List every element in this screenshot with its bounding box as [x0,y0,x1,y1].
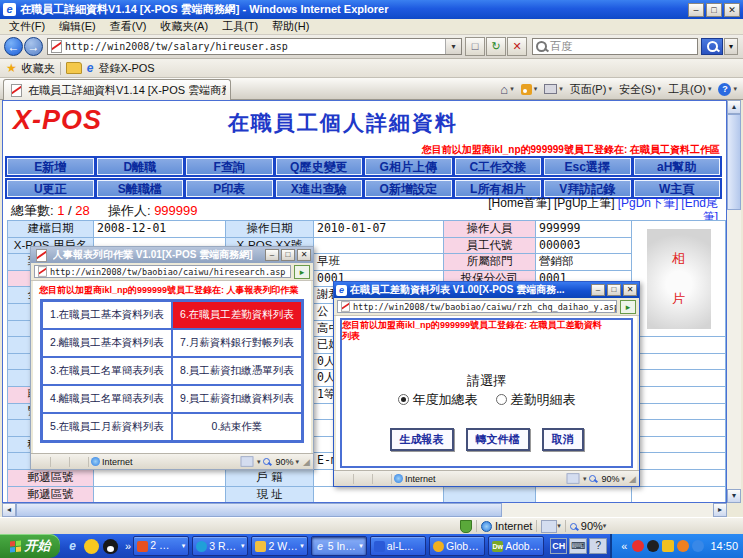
menu-item[interactable]: 工具(T) [215,19,265,34]
record-nav-link[interactable]: [PgDn下筆] [618,196,679,210]
tab-active[interactable]: 在職員工詳細資料V1.14 [X-POS 雲端商務網] [3,79,231,100]
search-text[interactable]: 百度 [550,39,572,54]
report-item[interactable]: 8.員工薪資扣繳憑單列表 [173,358,301,384]
tray-network-icon[interactable] [692,540,704,552]
menu-item[interactable]: 编辑(E) [52,19,103,34]
add-favorite-icon[interactable] [66,62,82,74]
field-value[interactable]: 早班 [314,254,444,271]
taskbar-button[interactable]: 2 Wind...▾ [251,536,307,556]
resize-grip-icon[interactable]: ◢ [303,457,310,467]
minimize-button[interactable]: – [265,249,279,261]
toolbar-button[interactable]: D離職 [97,158,184,175]
search-go-button[interactable] [701,38,723,55]
menu-item[interactable]: 文件(F) [2,19,52,34]
tray-volume-icon[interactable] [677,540,689,552]
field-value[interactable] [94,487,226,504]
back-button[interactable]: ← [4,37,23,56]
menu-item[interactable]: 帮助(H) [265,19,316,34]
toolbar-button[interactable]: L所有相片 [455,180,542,197]
address-url[interactable]: http://win2008/tw/salary/hireuser.asp [65,41,445,52]
feeds-button[interactable]: ▾ [519,84,540,95]
address-input[interactable]: http://win2008/tw/salary/hireuser.asp ▾ [47,38,462,55]
tray-penguin-icon[interactable] [647,540,659,552]
menu-item[interactable]: 查看(V) [103,19,154,34]
protected-mode-icon[interactable] [541,520,557,533]
tray-qq-icon[interactable] [632,540,644,552]
chevron-icon[interactable]: » [125,540,131,552]
report-item[interactable]: 0.結束作業 [173,414,301,440]
popup1-address-input[interactable]: http://win2008/tw/baobiao/caiwu/hiresear… [34,265,291,278]
cancel-button[interactable]: 取消 [542,428,584,451]
toolbar-button[interactable]: Esc選擇 [544,158,631,175]
search-dropdown-icon[interactable]: ▾ [724,38,738,55]
taskbar-button[interactable]: Global... [429,536,485,556]
stop-button[interactable]: ✕ [507,37,527,56]
field-value[interactable] [314,238,444,255]
report-item[interactable]: 3.在職員工名單簡表列表 [43,358,171,384]
toolbar-button[interactable]: S離職檔 [97,180,184,197]
scroll-left-icon[interactable]: ◂ [2,503,16,517]
tools-menu-button[interactable]: 工具(O)▾ [666,82,713,97]
vertical-scrollbar[interactable]: ▴ ▾ [727,100,741,503]
toolbar-button[interactable]: U更正 [7,180,94,197]
maximize-button[interactable]: □ [281,249,295,261]
close-button[interactable]: ✕ [724,3,740,17]
radio-option[interactable]: 年度加總表 [398,391,478,409]
maximize-button[interactable]: □ [706,3,722,17]
photo-placeholder[interactable]: 相片 [632,221,726,337]
taskbar-button[interactable]: 3 Remo...▾ [192,536,248,556]
help-options-icon[interactable]: ? [589,538,607,554]
start-button[interactable]: 开始 [0,534,60,558]
toolbar-button[interactable]: P印表 [186,180,273,197]
tray-shield-icon[interactable] [662,540,674,552]
toolbar-button[interactable]: O新增設定 [365,180,452,197]
minimize-button[interactable]: – [591,284,605,296]
status-zoom[interactable]: 90% [602,474,620,484]
qq-icon[interactable] [103,539,118,554]
taskbar-button[interactable]: al-L... [370,536,426,556]
ie-help-button[interactable]: ?▾ [716,83,739,96]
report-item-selected[interactable]: 6.在職員工差勤資料列表 [173,302,301,328]
protected-mode-icon[interactable] [567,473,580,483]
dropdown-icon[interactable]: ▾ [257,458,261,466]
tab-title[interactable]: 在職員工詳細資料V1.14 [X-POS 雲端商務網] [28,83,226,98]
minimize-button[interactable]: – [688,3,704,17]
close-button[interactable]: ✕ [297,249,311,261]
compatibility-view-button[interactable]: □ [465,37,485,56]
record-nav-link[interactable]: [PgUp上筆] [554,196,615,210]
maximize-button[interactable]: □ [607,284,621,296]
taskbar-button[interactable]: DwAdobe ... [488,536,544,556]
field-value[interactable]: 2008-12-01 [94,221,226,238]
safety-menu-button[interactable]: 安全(S)▾ [617,82,663,97]
close-button[interactable]: ✕ [623,284,637,296]
toolbar-button[interactable]: Q歷史變更 [276,158,363,175]
popup2-url[interactable]: http://win2008/tw/baobiao/caiwu/rzh_chq_… [353,302,617,312]
page-menu-button[interactable]: 页面(P)▾ [568,82,614,97]
record-nav-link[interactable]: [Home首筆] [488,196,551,210]
field-value[interactable] [94,470,226,487]
report-item[interactable]: 1.在職員工基本資料列表 [43,302,171,328]
forward-button[interactable]: → [24,37,43,56]
address-dropdown-icon[interactable]: ▾ [445,39,461,54]
field-value[interactable]: 營銷部 [536,254,632,271]
scroll-right-icon[interactable]: ▸ [713,503,727,517]
protected-mode-icon[interactable] [241,456,254,466]
taskbar-button[interactable]: 2 新浪UC▾ [133,536,189,556]
generate-report-button[interactable]: 生成報表 [390,428,454,451]
tray-chevron-icon[interactable]: « [621,540,627,552]
status-zoom[interactable]: 90% [581,520,603,532]
menu-item[interactable]: 收藏夹(A) [153,19,215,34]
toolbar-button[interactable]: G相片上傳 [365,158,452,175]
scroll-down-icon[interactable]: ▾ [727,489,741,503]
resize-grip-icon[interactable]: ◢ [629,474,636,484]
popup2-address-input[interactable]: http://win2008/tw/baobiao/caiwu/rzh_chq_… [337,300,617,313]
field-value[interactable]: 2010-01-07 [314,221,444,238]
field-value[interactable] [314,487,444,504]
radio-option[interactable]: 差勤明細表 [496,391,576,409]
field-value[interactable] [536,487,632,504]
horizontal-scroll-thumb[interactable] [16,503,502,517]
report-item[interactable]: 7.月薪資料銀行對帳列表 [173,330,301,356]
status-zoom[interactable]: 90% [276,457,294,467]
field-value[interactable]: 000003 [536,238,632,255]
home-button[interactable]: ⌂▾ [498,82,515,97]
